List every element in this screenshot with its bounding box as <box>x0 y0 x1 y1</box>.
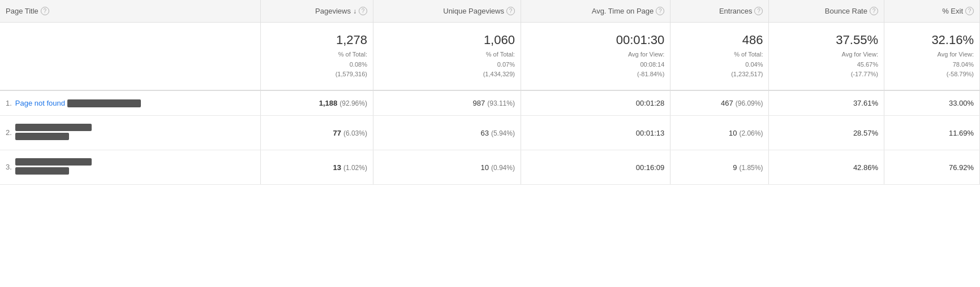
summary-unique-pv-sub: % of Total: 0.07% (1,434,329) <box>379 50 515 80</box>
br-sub1: Avg for View: <box>842 51 878 58</box>
entrances-cell: 467(96.09%) <box>670 90 769 116</box>
summary-pageviews-sub: % of Total: 0.08% (1,579,316) <box>267 50 367 80</box>
col-avg-time-label: Avg. Time on Page <box>592 7 654 15</box>
entrances-help-icon[interactable]: ? <box>754 7 763 15</box>
col-avg-time: Avg. Time on Page ? <box>521 0 670 23</box>
redacted-bar <box>67 99 141 107</box>
summary-pageviews-cell: 1,278 % of Total: 0.08% (1,579,316) <box>260 23 373 90</box>
upv-sub1: % of Total: <box>486 51 515 58</box>
pageviews-pct: (1.02%) <box>343 164 367 172</box>
summary-avg-time-sub: Avg for View: 00:08:14 (-81.84%) <box>527 50 664 80</box>
entrances-pct: (1.85%) <box>739 164 763 172</box>
sort-arrow-icon[interactable]: ↓ <box>353 7 356 15</box>
pageviews-value: 1,188 <box>319 99 338 107</box>
summary-exit-cell: 32.16% Avg for View: 78.04% (-58.79%) <box>884 23 979 90</box>
pageviews-help-icon[interactable]: ? <box>359 7 367 15</box>
table-row: 1.Page not found1,188(92.96%)987(93.11%)… <box>0 90 980 116</box>
ent-sub3: (1,232,517) <box>731 71 763 77</box>
col-entrances: Entrances ? <box>670 0 769 23</box>
avg-time-cell: 00:01:28 <box>521 90 670 116</box>
bounce-rate-cell: 42.86% <box>769 150 884 185</box>
avg-time-help-icon[interactable]: ? <box>656 7 664 15</box>
unique-pv-pct: (93.11%) <box>487 99 515 107</box>
exit-value: 33.00% <box>949 99 974 107</box>
redacted-title <box>15 158 92 176</box>
pageviews-cell: 1,188(92.96%) <box>260 90 373 116</box>
ex-sub2: 78.04% <box>953 61 974 68</box>
unique-pv-help-icon[interactable]: ? <box>506 7 515 15</box>
exit-help-icon[interactable]: ? <box>965 7 974 15</box>
bounce-value: 42.86% <box>853 163 878 172</box>
col-pageviews-label: Pageviews <box>315 7 351 15</box>
page-title-link[interactable]: Page not found <box>15 99 65 107</box>
ent-sub1: % of Total: <box>734 51 763 58</box>
unique-pv-cell: 987(93.11%) <box>373 90 521 116</box>
pageviews-value: 13 <box>333 163 341 172</box>
page-title-cell: 2. <box>0 116 260 150</box>
pageviews-cell: 13(1.02%) <box>260 150 373 185</box>
upv-sub3: (1,434,329) <box>483 71 515 77</box>
entrances-pct: (96.09%) <box>736 99 763 107</box>
pageviews-pct: (6.03%) <box>343 129 367 137</box>
br-sub2: 45.67% <box>857 61 878 68</box>
pv-sub1: % of Total: <box>338 51 367 58</box>
avg-time-value: 00:01:13 <box>636 129 665 137</box>
col-pageviews: Pageviews ↓ ? <box>260 0 373 23</box>
summary-entrances-cell: 486 % of Total: 0.04% (1,232,517) <box>670 23 769 90</box>
unique-pv-value: 63 <box>480 129 488 137</box>
page-title-cell: 1.Page not found <box>0 90 260 116</box>
summary-page-title-cell <box>0 23 260 90</box>
page-title-help-icon[interactable]: ? <box>41 7 49 15</box>
at-sub3: (-81.84%) <box>637 71 664 77</box>
col-page-title-label: Page Title <box>6 7 38 15</box>
summary-entrances-sub: % of Total: 0.04% (1,232,517) <box>676 50 763 80</box>
col-bounce-rate: Bounce Rate ? <box>769 0 884 23</box>
col-page-title: Page Title ? <box>0 0 260 23</box>
ex-sub3: (-58.79%) <box>947 71 974 77</box>
entrances-cell: 9(1.85%) <box>670 150 769 185</box>
entrances-value: 467 <box>721 99 733 107</box>
bounce-rate-cell: 37.61% <box>769 90 884 116</box>
bounce-help-icon[interactable]: ? <box>870 7 878 15</box>
at-sub2: 00:08:14 <box>640 61 664 68</box>
summary-exit-main: 32.16% <box>890 33 974 47</box>
table-row: 2.77(6.03%)63(5.94%)00:01:1310(2.06%)28.… <box>0 116 980 150</box>
pageviews-cell: 77(6.03%) <box>260 116 373 150</box>
summary-unique-pv-cell: 1,060 % of Total: 0.07% (1,434,329) <box>373 23 521 90</box>
bounce-value: 37.61% <box>853 99 878 107</box>
upv-sub2: 0.07% <box>497 61 515 68</box>
col-bounce-rate-label: Bounce Rate <box>825 7 867 15</box>
summary-exit-sub: Avg for View: 78.04% (-58.79%) <box>890 50 974 80</box>
redacted-line-1 <box>15 158 92 166</box>
summary-bounce-cell: 37.55% Avg for View: 45.67% (-17.77%) <box>769 23 884 90</box>
exit-cell: 33.00% <box>884 90 979 116</box>
avg-time-cell: 00:16:09 <box>521 150 670 185</box>
exit-cell: 76.92% <box>884 150 979 185</box>
br-sub3: (-17.77%) <box>851 71 878 77</box>
pageviews-pct: (92.96%) <box>339 99 367 107</box>
exit-value: 11.69% <box>949 129 974 137</box>
page-title-cell: 3. <box>0 150 260 185</box>
row-number: 2. <box>6 128 12 137</box>
unique-pv-pct: (0.94%) <box>491 164 515 172</box>
ex-sub1: Avg for View: <box>938 51 974 58</box>
col-unique-pageviews: Unique Pageviews ? <box>373 0 521 23</box>
redacted-line-2 <box>15 133 69 140</box>
pv-sub2: 0.08% <box>350 61 367 68</box>
summary-bounce-main: 37.55% <box>775 33 878 47</box>
entrances-value: 9 <box>733 163 737 172</box>
entrances-value: 10 <box>729 129 737 137</box>
row-number: 3. <box>6 163 12 171</box>
pageviews-value: 77 <box>333 129 341 137</box>
redacted-line-1 <box>15 124 92 131</box>
unique-pv-pct: (5.94%) <box>491 129 515 137</box>
col-unique-pageviews-label: Unique Pageviews <box>443 7 504 15</box>
col-exit-label: % Exit <box>942 7 963 15</box>
summary-bounce-sub: Avg for View: 45.67% (-17.77%) <box>775 50 878 80</box>
ent-sub2: 0.04% <box>745 61 763 68</box>
redacted-title <box>15 124 92 142</box>
exit-value: 76.92% <box>949 163 974 172</box>
bounce-rate-cell: 28.57% <box>769 116 884 150</box>
at-sub1: Avg for View: <box>628 51 664 58</box>
bounce-value: 28.57% <box>853 129 878 137</box>
